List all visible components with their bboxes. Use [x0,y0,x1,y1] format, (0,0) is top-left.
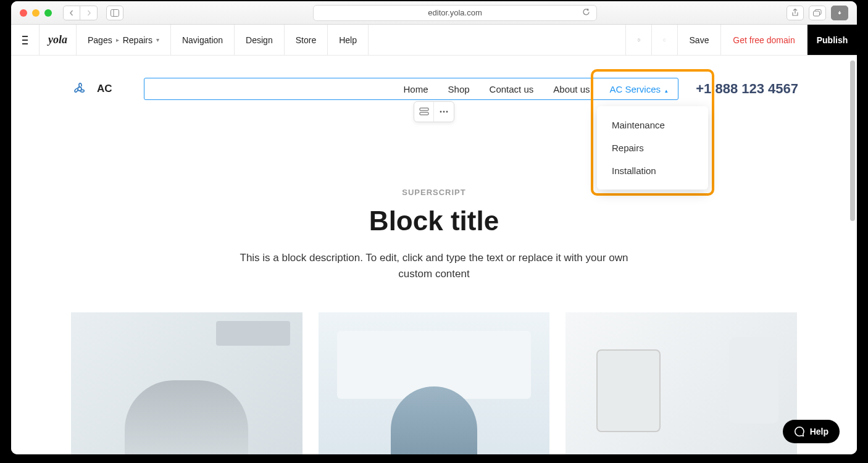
navigation-tab[interactable]: Navigation [171,25,235,55]
site-logo[interactable]: AC [70,79,144,99]
traffic-lights [20,9,52,17]
fan-icon [70,79,90,99]
card-image-2[interactable] [319,312,550,454]
back-button[interactable] [63,6,80,20]
yola-logo[interactable]: yola [40,25,77,55]
site-canvas: Maintenance Repairs Installation [70,56,798,454]
chat-icon [794,426,805,437]
store-tab[interactable]: Store [285,25,328,55]
more-options-button[interactable] [434,102,454,122]
get-domain-button[interactable]: Get free domain [721,25,807,55]
cards-row [70,312,798,454]
toolbar-spacer [369,25,626,55]
highlight-annotation: Maintenance Repairs Installation [591,69,714,196]
layout-icon-button[interactable] [414,102,434,122]
block-controls [414,101,454,122]
menu-button[interactable] [11,25,40,55]
undo-button[interactable] [626,25,652,55]
svg-rect-3 [814,11,820,16]
site-logo-text: AC [97,83,112,95]
forward-button[interactable] [80,6,98,20]
svg-rect-6 [420,108,428,111]
downloads-button[interactable] [831,6,848,20]
svg-rect-7 [420,112,428,115]
svg-point-9 [443,111,445,113]
dropdown-item-maintenance[interactable]: Maintenance [597,114,708,136]
maximize-window-button[interactable] [44,9,52,17]
url-bar[interactable]: editor.yola.com [313,5,597,21]
nav-home[interactable]: Home [404,84,428,94]
card-image-1[interactable] [71,312,303,454]
scrollbar-thumb[interactable] [850,60,855,221]
url-text: editor.yola.com [428,8,482,17]
block-title[interactable]: Block title [94,206,774,236]
pages-breadcrumb[interactable]: Pages ▸ Repairs ▾ [77,25,171,55]
editor-toolbar: yola Pages ▸ Repairs ▾ Navigation Design… [11,25,857,56]
block-description[interactable]: This is a block description. To edit, cl… [236,250,632,282]
chrome-right-icons [787,6,848,20]
hamburger-icon [22,36,28,44]
dropdown-item-repairs[interactable]: Repairs [597,136,708,159]
help-tab[interactable]: Help [328,25,369,55]
publish-button[interactable]: Publish [807,25,857,55]
hero-block[interactable]: SUPERSCRIPT Block title This is a block … [70,188,798,282]
nav-about[interactable]: About us [553,84,590,94]
nav-contact[interactable]: Contact us [490,84,534,94]
redo-button[interactable] [652,25,678,55]
close-window-button[interactable] [20,9,27,17]
help-chat-label: Help [810,427,828,436]
current-page-label: Repairs [123,35,152,45]
save-button[interactable]: Save [678,25,721,55]
dropdown-item-installation[interactable]: Installation [597,159,708,182]
svg-rect-0 [111,9,119,16]
refresh-icon[interactable] [582,8,590,18]
services-dropdown: Maintenance Repairs Installation [597,106,708,190]
browser-chrome: editor.yola.com [11,1,857,25]
nav-shop[interactable]: Shop [448,84,470,94]
sidebar-toggle-button[interactable] [106,6,123,20]
tabs-button[interactable] [809,6,826,20]
pages-label: Pages [88,35,112,45]
chevron-down-icon: ▾ [156,36,159,43]
nav-back-forward [63,6,98,20]
share-button[interactable] [787,6,804,20]
minimize-window-button[interactable] [32,9,40,17]
svg-point-10 [446,111,448,113]
content-area: Maintenance Repairs Installation [11,56,857,454]
svg-point-8 [440,111,442,113]
browser-window: editor.yola.com yola Pages ▸ Repai [11,1,857,454]
help-chat-button[interactable]: Help [783,420,840,443]
design-tab[interactable]: Design [235,25,285,55]
chevron-right-icon: ▸ [116,36,119,43]
scrollbar[interactable] [849,58,856,452]
card-image-3[interactable] [565,312,797,454]
